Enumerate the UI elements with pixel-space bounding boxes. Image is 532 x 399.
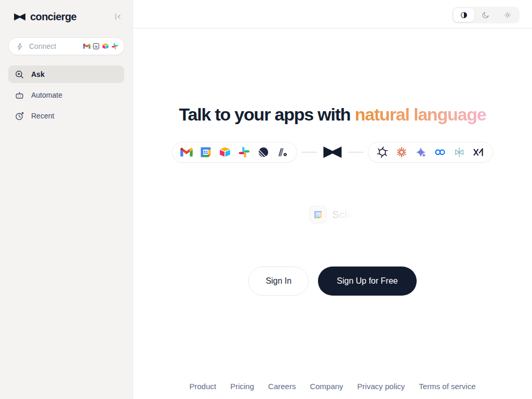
footer-nav: Product Pricing Careers Company Privacy … — [133, 382, 532, 391]
history-clock-icon — [15, 111, 24, 121]
sidebar: concierge Connect N — [0, 0, 133, 399]
footer-link-pricing[interactable]: Pricing — [230, 382, 254, 391]
footer-link-careers[interactable]: Careers — [268, 382, 296, 391]
moon-icon — [482, 11, 490, 19]
sidebar-item-automate[interactable]: Automate — [8, 86, 124, 104]
airtable-icon — [219, 146, 231, 158]
connector-line-right — [348, 152, 364, 153]
ghost-prompt: 31 Sche — [133, 206, 532, 223]
connected-apps-left: 31 — [172, 142, 297, 163]
svg-text:N: N — [95, 45, 97, 49]
sign-up-button[interactable]: Sign Up for Free — [318, 267, 416, 296]
perplexity-icon — [453, 146, 466, 158]
ghost-prompt-text: Sche — [332, 209, 356, 221]
sidebar-item-recent[interactable]: Recent — [8, 107, 124, 125]
linear-icon — [257, 146, 270, 158]
main-content: Talk to your apps with natural language … — [133, 0, 532, 399]
google-calendar-icon: 31 — [313, 210, 323, 219]
svg-text:31: 31 — [203, 150, 208, 155]
theme-switcher — [452, 7, 520, 23]
claude-icon — [395, 146, 408, 158]
xai-icon — [472, 146, 485, 158]
openai-icon — [376, 146, 389, 158]
meta-icon — [434, 146, 446, 158]
connect-service-icons: N — [83, 43, 118, 50]
concierge-logo-icon — [14, 13, 26, 21]
main-header — [133, 0, 532, 29]
airtable-icon — [102, 43, 109, 50]
title-highlight: natural language — [355, 104, 486, 124]
sidebar-item-label: Recent — [31, 112, 54, 120]
robot-icon — [15, 90, 24, 100]
concierge-logo-icon — [323, 146, 342, 158]
connector-line-left — [301, 152, 317, 153]
sidebar-item-ask[interactable]: Ask — [8, 65, 124, 83]
ghost-prompt-tile: 31 — [309, 206, 327, 223]
contrast-icon — [460, 11, 468, 19]
slack-icon — [238, 146, 250, 158]
collapse-left-icon — [113, 11, 123, 22]
gemini-icon — [415, 146, 427, 158]
gmail-icon — [83, 43, 90, 50]
sidebar-nav: Ask Automate Recent — [8, 65, 124, 125]
title-prefix: Talk to your apps with — [179, 104, 354, 124]
connect-button[interactable]: Connect N — [8, 37, 125, 55]
sidebar-item-label: Automate — [31, 91, 62, 99]
ask-search-sparkle-icon — [15, 70, 24, 79]
footer-link-terms-of-service[interactable]: Terms of service — [419, 382, 475, 391]
gmail-icon — [180, 146, 193, 158]
google-calendar-icon: 31 — [200, 146, 212, 158]
theme-contrast-button[interactable] — [454, 8, 474, 22]
sign-in-button[interactable]: Sign In — [248, 267, 309, 296]
footer-link-privacy-policy[interactable]: Privacy policy — [357, 382, 405, 391]
sun-icon — [503, 11, 512, 19]
sidebar-item-label: Ask — [31, 70, 45, 78]
app-title: concierge — [30, 11, 108, 23]
theme-light-button[interactable] — [497, 8, 518, 22]
notion-icon: N — [92, 43, 100, 50]
slack-icon — [111, 43, 118, 50]
lightning-icon — [16, 42, 24, 51]
page-title: Talk to your apps with natural language — [133, 104, 532, 125]
integrations-row: 31 — [133, 142, 532, 163]
cta-row: Sign In Sign Up for Free — [133, 267, 532, 296]
svg-text:31: 31 — [316, 213, 320, 217]
connect-label: Connect — [29, 42, 78, 50]
attio-icon — [276, 146, 289, 158]
theme-dark-button[interactable] — [475, 8, 496, 22]
connected-models-right — [368, 142, 493, 163]
footer-link-product[interactable]: Product — [189, 382, 216, 391]
sidebar-collapse-button[interactable] — [112, 10, 124, 23]
sidebar-logo-row: concierge — [0, 0, 132, 26]
footer-link-company[interactable]: Company — [310, 382, 343, 391]
